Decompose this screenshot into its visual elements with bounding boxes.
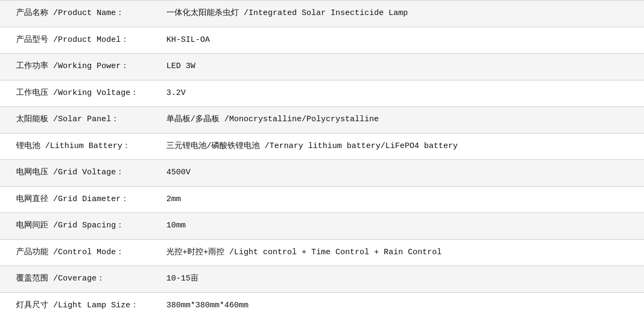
spec-value: 一体化太阳能杀虫灯 /Integrated Solar Insecticide … bbox=[150, 1, 644, 27]
spec-label: 工作功率 /Working Power： bbox=[0, 54, 150, 80]
table-row: 工作功率 /Working Power：LED 3W bbox=[0, 54, 644, 80]
spec-label: 锂电池 /Lithium Battery： bbox=[0, 133, 150, 160]
spec-label: 灯具尺寸 /Light Lamp Size： bbox=[0, 292, 150, 310]
spec-label: 覆盖范围 /Coverage： bbox=[0, 266, 150, 293]
table-row: 电网间距 /Grid Spacing：10mm bbox=[0, 213, 644, 240]
spec-label: 电网直径 /Grid Diameter： bbox=[0, 186, 150, 213]
spec-value: LED 3W bbox=[150, 54, 644, 80]
spec-label: 产品功能 /Control Mode： bbox=[0, 239, 150, 266]
spec-value: 380mm*380mm*460mm bbox=[150, 292, 644, 310]
spec-label: 太阳能板 /Solar Panel： bbox=[0, 107, 150, 134]
spec-label: 电网间距 /Grid Spacing： bbox=[0, 213, 150, 240]
spec-value: 光控+时控+雨控 /Light control + Time Control +… bbox=[150, 239, 644, 266]
table-row: 电网电压 /Grid Voltage：4500V bbox=[0, 160, 644, 187]
spec-value: KH-SIL-OA bbox=[150, 27, 644, 54]
table-row: 产品名称 /Product Name：一体化太阳能杀虫灯 /Integrated… bbox=[0, 1, 644, 27]
table-row: 工作电压 /Working Voltage：3.2V bbox=[0, 80, 644, 107]
spec-label: 电网电压 /Grid Voltage： bbox=[0, 160, 150, 187]
spec-label: 工作电压 /Working Voltage： bbox=[0, 80, 150, 107]
spec-value: 3.2V bbox=[150, 80, 644, 107]
spec-value: 2mm bbox=[150, 186, 644, 213]
table-row: 锂电池 /Lithium Battery：三元锂电池/磷酸铁锂电池 /Terna… bbox=[0, 133, 644, 160]
table-row: 太阳能板 /Solar Panel：单晶板/多晶板 /Monocrystalli… bbox=[0, 107, 644, 134]
spec-label: 产品型号 /Product Model： bbox=[0, 27, 150, 54]
spec-value: 单晶板/多晶板 /Monocrystalline/Polycrystalline bbox=[150, 107, 644, 134]
spec-value: 10-15亩 bbox=[150, 266, 644, 293]
table-row: 产品功能 /Control Mode：光控+时控+雨控 /Light contr… bbox=[0, 239, 644, 266]
table-row: 电网直径 /Grid Diameter：2mm bbox=[0, 186, 644, 213]
spec-label: 产品名称 /Product Name： bbox=[0, 1, 150, 27]
spec-table: 产品名称 /Product Name：一体化太阳能杀虫灯 /Integrated… bbox=[0, 0, 644, 310]
spec-value: 10mm bbox=[150, 213, 644, 240]
spec-value: 4500V bbox=[150, 160, 644, 187]
spec-value: 三元锂电池/磷酸铁锂电池 /Ternary lithium battery/Li… bbox=[150, 133, 644, 160]
table-row: 灯具尺寸 /Light Lamp Size：380mm*380mm*460mm bbox=[0, 292, 644, 310]
table-row: 产品型号 /Product Model：KH-SIL-OA bbox=[0, 27, 644, 54]
table-row: 覆盖范围 /Coverage：10-15亩 bbox=[0, 266, 644, 293]
